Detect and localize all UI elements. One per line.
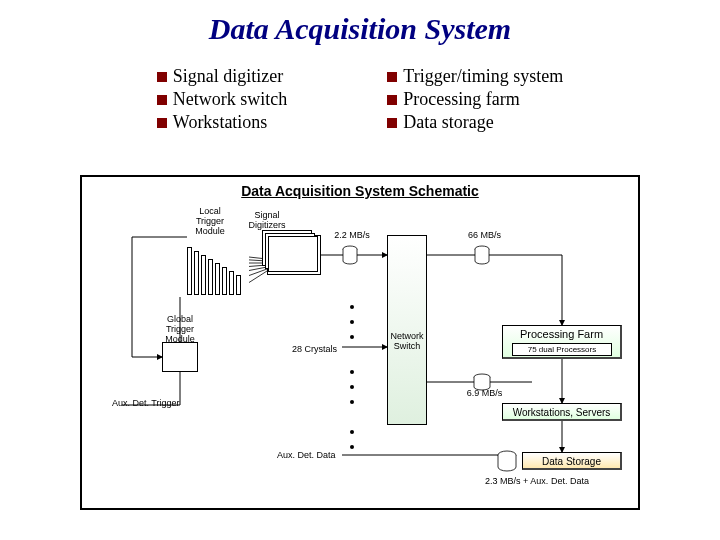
label-rate-22: 2.2 MB/s xyxy=(332,231,372,241)
svg-point-28 xyxy=(350,335,354,339)
label-rate-69: 6.9 MB/s xyxy=(462,389,507,399)
label-aux-data: Aux. Det. Data xyxy=(277,451,347,461)
crystals-icon xyxy=(187,247,249,295)
svg-point-26 xyxy=(350,305,354,309)
svg-point-29 xyxy=(350,370,354,374)
bullet-item: Network switch xyxy=(173,89,287,110)
workstations-box: Workstations, Servers xyxy=(502,403,622,421)
bullet-item: Processing farm xyxy=(403,89,519,110)
label-global-trigger: GlobalTriggerModule xyxy=(160,315,200,345)
bullets-left: Signal digitizer Network switch Workstat… xyxy=(157,66,287,133)
global-trigger-box xyxy=(162,342,198,372)
bullet-item: Trigger/timing system xyxy=(403,66,563,87)
schematic-frame: Data Acquisition System Schematic xyxy=(80,175,640,510)
svg-point-33 xyxy=(350,445,354,449)
svg-point-30 xyxy=(350,385,354,389)
svg-point-27 xyxy=(350,320,354,324)
svg-point-32 xyxy=(350,430,354,434)
digitizer-box xyxy=(267,235,321,275)
bullets-right: Trigger/timing system Processing farm Da… xyxy=(387,66,563,133)
label-signal-digitizers: SignalDigitizers xyxy=(242,211,292,231)
processors-box: 75 dual Processors xyxy=(512,343,612,356)
bullet-item: Signal digitizer xyxy=(173,66,283,87)
bullet-item: Data storage xyxy=(403,112,493,133)
label-n-crystals: 28 Crystals xyxy=(287,345,342,355)
label-rate-66: 66 MB/s xyxy=(462,231,507,241)
page-title: Data Acquisition System xyxy=(0,12,720,46)
label-network-switch: NetworkSwitch xyxy=(387,332,427,352)
bullet-item: Workstations xyxy=(173,112,268,133)
label-aux-trigger: Aux. Det. Trigger xyxy=(112,399,192,409)
label-rate-23: 2.3 MB/s + Aux. Det. Data xyxy=(472,477,602,487)
network-switch-box xyxy=(387,235,427,425)
data-storage-box: Data Storage xyxy=(522,452,622,470)
svg-point-31 xyxy=(350,400,354,404)
label-local-trigger: LocalTriggerModule xyxy=(190,207,230,237)
bullet-columns: Signal digitizer Network switch Workstat… xyxy=(0,66,720,133)
